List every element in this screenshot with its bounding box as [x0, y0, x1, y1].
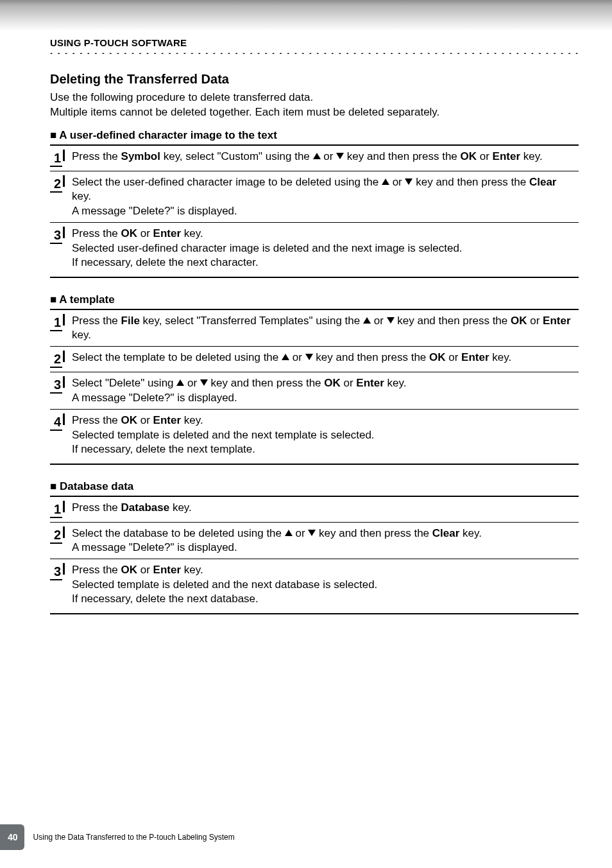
step-number-wrap: 3	[50, 227, 72, 244]
step: 4Press the OK or Enter key.Selected temp…	[50, 410, 579, 460]
step-text: Press the Database key.	[72, 501, 579, 515]
arrow-up-icon	[282, 354, 289, 360]
step: 2Select the database to be deleted using…	[50, 523, 579, 559]
intro-text: Use the following procedure to delete tr…	[50, 91, 579, 120]
footer: 40 Using the Data Transferred to the P-t…	[0, 824, 235, 850]
step-number-wrap: 1	[50, 150, 72, 167]
section-gap	[50, 278, 579, 290]
step: 3Press the OK or Enter key.Selected temp…	[50, 559, 579, 610]
arrow-down-icon	[405, 178, 412, 185]
step-text: Select the database to be deleted using …	[72, 526, 579, 555]
step-number: 3	[50, 378, 62, 394]
page-number: 40	[0, 824, 24, 850]
bullet-square-icon: ■	[50, 129, 56, 141]
step-number-wrap: 4	[50, 413, 72, 431]
bullet-square-icon: ■	[50, 480, 56, 492]
step-text: Press the File key, select "Transferred …	[72, 314, 579, 343]
step-number: 1	[50, 503, 62, 518]
intro-line-1: Use the following procedure to delete tr…	[50, 91, 313, 103]
arrow-up-icon	[313, 153, 321, 159]
subsection-heading: ■ Database data	[50, 480, 579, 493]
arrow-down-icon	[387, 317, 395, 324]
step-number-bar	[63, 563, 65, 575]
step-number: 1	[50, 152, 62, 167]
step-number: 4	[50, 415, 62, 431]
step-text: Select the template to be deleted using …	[72, 351, 579, 365]
step-number: 2	[50, 177, 62, 193]
step-number: 2	[50, 352, 62, 368]
step-number: 2	[50, 528, 62, 544]
step-text: Select "Delete" using or key and then pr…	[72, 376, 579, 405]
step-number-bar	[63, 501, 65, 512]
step-number-bar	[63, 351, 65, 362]
step-number-wrap: 2	[50, 351, 72, 368]
arrow-down-icon	[308, 530, 316, 536]
step: 2Select the user-defined character image…	[50, 171, 579, 222]
step: 3Select "Delete" using or key and then p…	[50, 372, 579, 409]
subsection: ■ A user-defined character image to the …	[50, 129, 579, 290]
step-number-bar	[63, 175, 65, 187]
step-number-wrap: 1	[50, 314, 72, 331]
step-number-bar	[63, 314, 65, 326]
step-number-wrap: 1	[50, 501, 72, 518]
step-text: Press the OK or Enter key.Selected templ…	[72, 563, 579, 606]
step: 1Press the File key, select "Transferred…	[50, 310, 579, 347]
step: 3Press the OK or Enter key.Selected user…	[50, 223, 579, 273]
step-number-bar	[63, 413, 65, 425]
subsection: ■ A template1Press the File key, select …	[50, 293, 579, 476]
step-number-bar	[63, 526, 65, 538]
step-text: Press the Symbol key, select "Custom" us…	[72, 150, 579, 164]
arrow-up-icon	[176, 379, 184, 386]
arrow-up-icon	[382, 178, 389, 185]
step-number: 1	[50, 316, 62, 331]
content: Deleting the Transferred Data Use the fo…	[50, 72, 579, 626]
intro-line-2: Multiple items cannot be deleted togethe…	[50, 106, 439, 118]
dotted-rule: • • • • • • • • • • • • • • • • • • • • …	[50, 50, 580, 54]
section-gap	[50, 465, 579, 476]
section-title: Deleting the Transferred Data	[50, 72, 579, 87]
chapter-title: USING P-TOUCH SOFTWARE	[50, 37, 187, 48]
step-text: Press the OK or Enter key.Selected user-…	[72, 227, 579, 270]
subsection-heading: ■ A user-defined character image to the …	[50, 129, 579, 142]
header-gradient	[0, 0, 612, 31]
step-number: 3	[50, 565, 62, 580]
arrow-up-icon	[285, 530, 293, 536]
step: 1Press the Symbol key, select "Custom" u…	[50, 146, 579, 171]
step: 2Select the template to be deleted using…	[50, 347, 579, 372]
subsection: ■ Database data1Press the Database key.2…	[50, 480, 579, 626]
step-text: Press the OK or Enter key.Selected templ…	[72, 413, 579, 456]
arrow-up-icon	[363, 317, 371, 324]
step-number-wrap: 2	[50, 526, 72, 544]
footer-text: Using the Data Transferred to the P-touc…	[33, 833, 235, 842]
arrow-down-icon	[200, 379, 208, 386]
step-number-wrap: 3	[50, 563, 72, 580]
bullet-square-icon: ■	[50, 293, 56, 306]
step-number-bar	[63, 227, 65, 238]
step-number: 3	[50, 229, 62, 244]
subsection-heading: ■ A template	[50, 293, 579, 306]
arrow-down-icon	[305, 354, 313, 360]
section-gap	[50, 614, 579, 626]
step-number-bar	[63, 376, 65, 388]
step-number-wrap: 2	[50, 175, 72, 193]
arrow-down-icon	[336, 153, 344, 159]
step-number-wrap: 3	[50, 376, 72, 394]
step-number-bar	[63, 150, 65, 161]
step: 1Press the Database key.	[50, 497, 579, 522]
step-text: Select the user-defined character image …	[72, 175, 579, 218]
page: USING P-TOUCH SOFTWARE • • • • • • • • •…	[0, 0, 612, 868]
